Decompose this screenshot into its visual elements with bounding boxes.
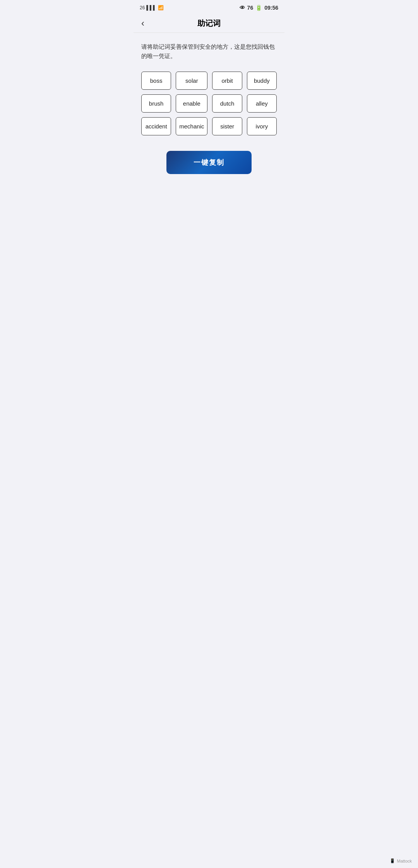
back-icon: ‹	[141, 19, 144, 28]
content: 请将助记词妥善保管到安全的地方，这是您找回钱包的唯一凭证。 bosssolaro…	[134, 33, 284, 183]
mnemonic-grid: bosssolarorbitbuddybrushenabledutchalley…	[141, 72, 277, 135]
back-button[interactable]: ‹	[141, 19, 144, 28]
mnemonic-word: buddy	[247, 72, 277, 90]
mnemonic-word: dutch	[212, 94, 242, 113]
status-bar: 26 ▌▌▌ 📶 👁 76 🔋 09:56	[134, 0, 284, 14]
mnemonic-word: brush	[141, 94, 171, 113]
wifi-icon: 📶	[158, 5, 164, 10]
battery-icon: 🔋	[255, 5, 262, 11]
mnemonic-word: ivory	[247, 117, 277, 135]
mnemonic-word: mechanic	[176, 117, 207, 135]
page-title: 助记词	[197, 18, 221, 29]
mnemonic-word: orbit	[212, 72, 242, 90]
network-indicator: 26	[140, 5, 145, 10]
header: ‹ 助记词	[134, 14, 284, 33]
mnemonic-word: sister	[212, 117, 242, 135]
clock: 09:56	[264, 5, 278, 11]
mnemonic-word: boss	[141, 72, 171, 90]
battery-level: 76	[247, 5, 254, 11]
status-right: 👁 76 🔋 09:56	[240, 5, 278, 11]
status-left: 26 ▌▌▌ 📶	[140, 5, 164, 10]
eye-icon: 👁	[240, 5, 245, 11]
mnemonic-word: accident	[141, 117, 171, 135]
signal-icon: ▌▌▌	[146, 5, 156, 10]
description-text: 请将助记词妥善保管到安全的地方，这是您找回钱包的唯一凭证。	[141, 42, 277, 61]
copy-all-button[interactable]: 一键复制	[166, 151, 252, 174]
mnemonic-word: solar	[176, 72, 207, 90]
mnemonic-word: enable	[176, 94, 207, 113]
mnemonic-word: alley	[247, 94, 277, 113]
